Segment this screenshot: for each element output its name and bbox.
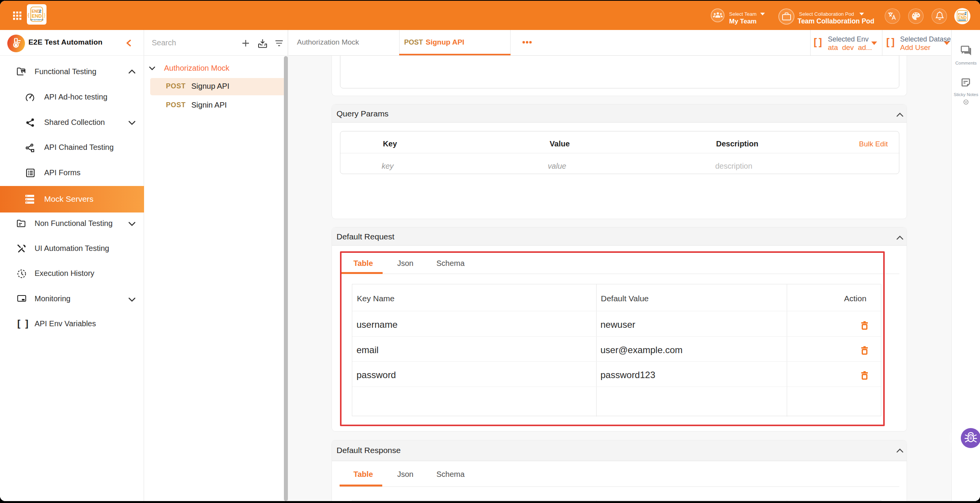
svg-text:TEST AUTOMATION: TEST AUTOMATION	[30, 19, 43, 21]
svg-text:}: }	[44, 12, 46, 18]
svg-text:END: END	[32, 9, 40, 13]
svg-text:END: END	[32, 13, 42, 19]
svg-text:{: {	[28, 12, 30, 18]
svg-text:END: END	[958, 15, 967, 20]
svg-text:2: 2	[39, 9, 41, 13]
